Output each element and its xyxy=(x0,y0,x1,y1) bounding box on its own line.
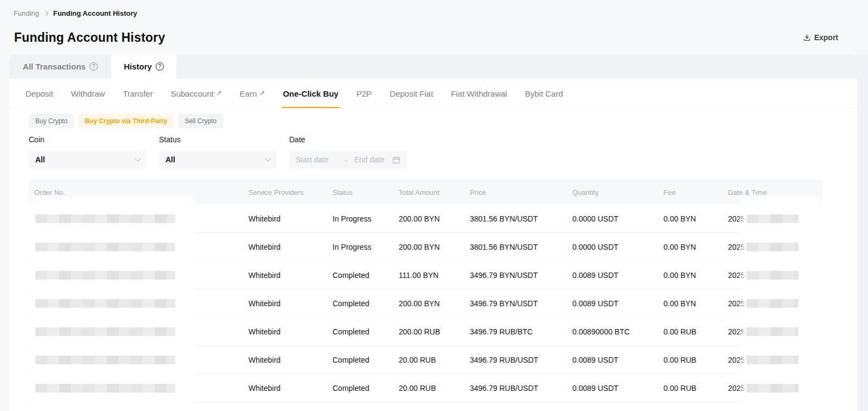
pill-buy-crypto[interactable]: Buy Crypto xyxy=(29,113,74,128)
cell-service-provider: Whitebird xyxy=(243,346,327,374)
page-title: Funding Account History xyxy=(14,30,165,45)
cell-status: In Progress xyxy=(327,233,393,261)
order-no-redacted xyxy=(35,372,190,404)
table-row: Whitebird Completed 200.00 RUB 3496.79 R… xyxy=(29,318,822,346)
subtab-one-click-buy[interactable]: One-Click Buy xyxy=(282,79,340,109)
cell-quantity: 0.0089 USDT xyxy=(567,374,658,402)
cell-order-no xyxy=(29,374,243,402)
column-header-date-time: Date & Time xyxy=(723,188,822,197)
subtab-divider xyxy=(9,108,857,109)
coin-select-value: All xyxy=(35,155,136,164)
date-filter-label: Date xyxy=(289,135,407,144)
subtab-deposit[interactable]: Deposit xyxy=(24,79,54,109)
table-row: Whitebird Completed 20.00 RUB 3496.79 RU… xyxy=(29,346,822,374)
date-filter: Date Start date → End date xyxy=(289,135,407,169)
table-header-row: Order No. Service Providers Status Total… xyxy=(29,180,822,205)
cell-quantity: 0.00890000 BTC xyxy=(567,318,658,345)
export-label: Export xyxy=(814,33,838,42)
help-icon[interactable]: ? xyxy=(156,62,164,71)
cell-date-time: 2025 xyxy=(723,233,822,261)
cell-service-provider: Whitebird xyxy=(243,205,327,232)
status-filter: Status All xyxy=(159,135,277,169)
subtab-bybit-card[interactable]: Bybit Card xyxy=(524,79,564,109)
pill-buy-crypto-via-third-party[interactable]: Buy Crypto via Third-Party xyxy=(78,113,174,128)
coin-select[interactable]: All xyxy=(29,150,146,169)
date-redacted xyxy=(746,231,818,263)
table-row: Whitebird In Progress 200.00 BYN 3801.56… xyxy=(29,205,822,233)
subtab-subaccount[interactable]: Subaccount ↗ xyxy=(170,79,223,109)
download-icon xyxy=(803,34,811,42)
cell-order-no xyxy=(29,318,243,345)
subtab-deposit-fiat[interactable]: Deposit Fiat xyxy=(388,79,434,109)
cell-date-time: 2025 xyxy=(723,205,822,232)
cell-service-provider: Whitebird xyxy=(243,261,327,289)
cell-total-amount: 111.00 BYN xyxy=(393,261,464,289)
date-range-input[interactable]: Start date → End date xyxy=(289,150,407,169)
cell-quantity: 0.0089 USDT xyxy=(567,289,658,317)
date-year: 2025 xyxy=(728,299,745,308)
column-header-total-amount: Total Amount xyxy=(393,188,464,197)
order-no-redacted xyxy=(35,203,190,235)
subtab-p2p[interactable]: P2P xyxy=(355,79,373,109)
date-year: 2025 xyxy=(728,327,745,336)
cell-order-no xyxy=(29,233,243,261)
tab-history[interactable]: History ? xyxy=(111,54,176,79)
end-date-placeholder[interactable]: End date xyxy=(354,155,385,164)
breadcrumb: Funding Funding Account History xyxy=(14,9,137,17)
column-header-price: Price xyxy=(464,188,567,197)
cell-price: 3496.79 RUB/USDT xyxy=(464,374,567,402)
cell-date-time: 2025 xyxy=(723,289,822,317)
column-header-quantity: Quantity xyxy=(567,188,658,197)
date-year: 2025 xyxy=(728,356,745,364)
order-no-redacted xyxy=(35,315,190,347)
subtab-transfer[interactable]: Transfer xyxy=(122,79,154,109)
help-icon[interactable]: ? xyxy=(90,62,98,71)
subtab-earn[interactable]: Earn ↗ xyxy=(239,79,266,109)
cell-order-no xyxy=(29,261,243,289)
column-header-service-providers: Service Providers xyxy=(243,188,327,197)
date-redacted xyxy=(746,259,818,291)
order-no-redacted xyxy=(35,344,190,376)
status-filter-label: Status xyxy=(159,135,277,144)
cell-order-no xyxy=(29,346,243,374)
cell-price: 3496.79 BYN/USDT xyxy=(464,261,567,289)
calendar-icon[interactable] xyxy=(392,156,400,164)
breadcrumb-parent-link[interactable]: Funding xyxy=(14,9,39,17)
cell-date-time: 2025 xyxy=(723,346,822,374)
cell-quantity: 0.0000 USDT xyxy=(567,205,658,232)
cell-total-amount: 200.00 BYN xyxy=(393,205,464,232)
cell-fee: 0.00 RUB xyxy=(658,346,723,374)
coin-filter-label: Coin xyxy=(29,135,146,144)
cell-status: In Progress xyxy=(327,205,393,232)
cell-fee: 0.00 RUB xyxy=(658,318,723,345)
date-year: 2025 xyxy=(728,271,745,280)
pill-sell-crypto[interactable]: Sell Crypto xyxy=(178,113,223,128)
date-redacted xyxy=(746,344,818,376)
cell-service-provider: Whitebird xyxy=(243,233,327,261)
external-link-icon: ↗ xyxy=(216,89,222,97)
cell-price: 3496.79 BYN/USDT xyxy=(464,289,567,317)
breadcrumb-current: Funding Account History xyxy=(53,9,137,17)
subtab-fiat-withdrawal[interactable]: Fiat Withdrawal xyxy=(450,79,508,109)
page-gutter xyxy=(857,54,868,411)
subtab-withdraw[interactable]: Withdraw xyxy=(70,79,106,109)
external-link-icon: ↗ xyxy=(259,89,265,97)
transactions-table: Order No. Service Providers Status Total… xyxy=(29,180,822,402)
column-header-status: Status xyxy=(327,188,393,197)
cell-status: Completed xyxy=(327,261,393,289)
date-year: 2025 xyxy=(728,243,745,251)
content-card: All Transactions ? History ? Deposit Wit… xyxy=(9,54,857,411)
date-year: 2025 xyxy=(728,214,745,223)
export-button[interactable]: Export xyxy=(803,33,838,42)
status-select[interactable]: All xyxy=(159,150,277,169)
date-redacted xyxy=(746,315,818,347)
start-date-placeholder[interactable]: Start date xyxy=(296,155,329,164)
cell-status: Completed xyxy=(327,289,393,317)
tab-history-label: History xyxy=(124,62,152,71)
tab-all-transactions[interactable]: All Transactions ? xyxy=(9,54,111,79)
cell-fee: 0.00 BYN xyxy=(658,261,723,289)
status-select-value: All xyxy=(165,155,266,164)
buy-type-pill-group: Buy CryptoBuy Crypto via Third-PartySell… xyxy=(29,113,223,128)
cell-order-no xyxy=(29,289,243,317)
date-redacted xyxy=(746,372,818,404)
